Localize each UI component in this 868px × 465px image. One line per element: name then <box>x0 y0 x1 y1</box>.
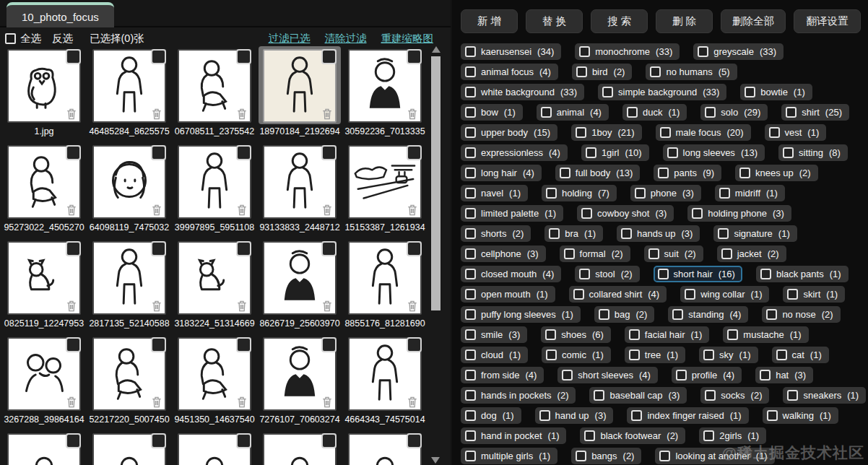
trash-icon[interactable] <box>237 108 247 120</box>
tag-pill[interactable]: hand in pocket (1) <box>461 427 566 444</box>
thumbnail[interactable]: 93133833_2448712 <box>259 142 341 238</box>
tag-pill[interactable]: jacket (2) <box>717 245 786 262</box>
tag-pill[interactable]: skirt (1) <box>783 286 845 303</box>
thumbnail-image[interactable] <box>7 241 81 315</box>
thumbnail[interactable] <box>259 430 341 465</box>
tag-checkbox[interactable] <box>776 349 787 360</box>
tag-pill[interactable]: limited palette (1) <box>461 205 563 222</box>
thumbnail-image[interactable] <box>7 337 81 411</box>
tag-checkbox[interactable] <box>465 228 476 239</box>
trash-icon[interactable] <box>237 300 247 312</box>
tag-checkbox[interactable] <box>705 107 716 118</box>
thumbnail-image[interactable] <box>7 433 81 465</box>
thumbnail-checkbox[interactable] <box>151 337 166 352</box>
tag-checkbox[interactable] <box>705 390 716 401</box>
tag-checkbox[interactable] <box>545 329 556 340</box>
thumbnail[interactable]: 15153387_1261934 <box>344 142 426 238</box>
tag-pill[interactable]: hands up (3) <box>617 225 700 242</box>
thumbnail-checkbox[interactable] <box>236 337 251 352</box>
thumbnail[interactable]: 64098119_7475032 <box>88 142 170 238</box>
tag-checkbox[interactable] <box>629 329 640 340</box>
tag-checkbox[interactable] <box>465 269 476 279</box>
thumbnail-image[interactable] <box>263 241 337 315</box>
thumbnail-image[interactable] <box>348 241 422 315</box>
tag-pill[interactable]: sky (1) <box>699 347 758 363</box>
action-button[interactable]: 搜 索 <box>591 9 648 33</box>
tag-pill[interactable]: simple background (33) <box>598 84 726 100</box>
thumbnail-image[interactable] <box>92 49 166 123</box>
tag-checkbox[interactable] <box>658 168 669 178</box>
thumbnail-image[interactable] <box>263 433 337 465</box>
tag-pill[interactable]: animal focus (4) <box>461 64 558 80</box>
thumbnail-image[interactable] <box>7 145 81 219</box>
thumbnail[interactable]: 39997895_5951108 <box>173 142 256 238</box>
tag-pill[interactable]: profile (4) <box>672 367 742 383</box>
tag-checkbox[interactable] <box>465 66 476 77</box>
tag-checkbox[interactable] <box>465 410 476 421</box>
tag-pill[interactable]: dog (1) <box>461 407 521 424</box>
thumbnail-image[interactable] <box>178 145 251 219</box>
thumbnail[interactable]: 7276107_70603274 <box>259 334 341 430</box>
thumbnail-image[interactable] <box>348 337 422 411</box>
tag-pill[interactable]: looking at another (1) <box>655 448 774 464</box>
tag-pill[interactable]: animal (4) <box>537 104 609 121</box>
trash-icon[interactable] <box>152 396 162 408</box>
thumbnail-image[interactable] <box>348 49 422 123</box>
trash-icon[interactable] <box>66 396 77 408</box>
tag-checkbox[interactable] <box>465 390 476 401</box>
tag-checkbox[interactable] <box>465 349 476 360</box>
tag-pill[interactable]: shirt (25) <box>781 104 849 121</box>
trash-icon[interactable] <box>322 396 332 408</box>
tab-dataset-folder[interactable]: 10_photo_focus <box>6 2 114 27</box>
trash-icon[interactable] <box>237 396 247 408</box>
thumbnail[interactable]: 8626719_25603970 <box>259 238 341 334</box>
tag-checkbox[interactable] <box>465 289 476 300</box>
thumbnail-checkbox[interactable] <box>151 241 166 256</box>
tag-checkbox[interactable] <box>465 451 476 461</box>
tag-pill[interactable]: knees up (2) <box>735 165 818 181</box>
tag-checkbox[interactable] <box>760 269 771 279</box>
tag-pill[interactable]: cat (1) <box>772 347 829 363</box>
tag-checkbox[interactable] <box>465 168 476 178</box>
thumbnail[interactable]: 06708511_2375542 <box>173 46 256 142</box>
tag-pill[interactable]: full body (13) <box>555 165 641 181</box>
scroll-down-icon[interactable] <box>431 457 440 464</box>
tag-checkbox[interactable] <box>576 127 586 138</box>
tag-pill[interactable]: cellphone (3) <box>461 245 546 262</box>
thumbnail[interactable]: 8855176_81281690 <box>344 238 426 334</box>
tag-checkbox[interactable] <box>465 127 476 138</box>
tag-checkbox[interactable] <box>465 87 476 97</box>
tag-checkbox[interactable] <box>465 329 476 340</box>
tag-pill[interactable]: wing collar (1) <box>680 286 769 303</box>
thumbnail-image[interactable] <box>178 49 251 123</box>
tag-pill[interactable]: bag (2) <box>594 306 655 323</box>
thumbnail[interactable]: 18970184_2192694 <box>259 46 341 142</box>
action-button[interactable]: 删 除 <box>656 9 713 33</box>
thumbnail-image[interactable] <box>178 433 251 465</box>
thumbnail-checkbox[interactable] <box>66 433 81 448</box>
thumbnail[interactable] <box>3 430 85 465</box>
tag-pill[interactable]: short hair (16) <box>654 266 742 282</box>
tag-checkbox[interactable] <box>584 430 595 441</box>
tag-checkbox[interactable] <box>465 248 476 259</box>
tag-checkbox[interactable] <box>739 168 750 178</box>
trash-icon[interactable] <box>407 108 417 120</box>
thumbnail-image[interactable] <box>92 433 166 465</box>
tag-checkbox[interactable] <box>564 248 575 259</box>
thumbnail[interactable]: 2817135_52140588 <box>88 238 170 334</box>
tag-pill[interactable]: puffy long sleeves (1) <box>461 306 581 323</box>
tag-pill[interactable]: black footwear (2) <box>580 427 685 444</box>
trash-icon[interactable] <box>407 396 417 408</box>
tag-checkbox[interactable] <box>648 248 659 259</box>
tag-checkbox[interactable] <box>787 289 798 300</box>
tag-pill[interactable]: expressionless (4) <box>461 144 568 161</box>
thumbnail-checkbox[interactable] <box>66 49 81 64</box>
tag-checkbox[interactable] <box>546 188 557 199</box>
tag-pill[interactable]: hand up (3) <box>535 407 614 424</box>
tag-checkbox[interactable] <box>581 208 592 219</box>
tag-checkbox[interactable] <box>594 390 604 401</box>
tag-checkbox[interactable] <box>465 46 476 57</box>
tag-pill[interactable]: tree (1) <box>625 347 685 363</box>
tag-pill[interactable]: short sleeves (4) <box>557 367 657 383</box>
tag-checkbox[interactable] <box>621 228 632 239</box>
